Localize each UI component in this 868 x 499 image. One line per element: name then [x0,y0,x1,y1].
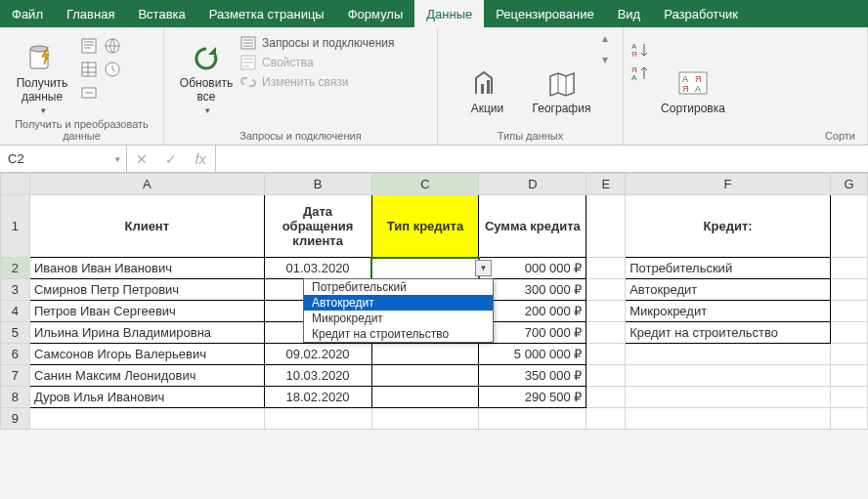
cell-C2[interactable] [371,258,479,279]
cell[interactable]: 10.03.2020 [264,365,371,387]
cell[interactable]: Иванов Иван Иванович [29,258,264,279]
col-header-E[interactable]: E [586,174,626,195]
row-header-3[interactable]: 3 [1,279,30,301]
from-text-icon[interactable] [80,37,102,59]
sort-button[interactable]: АЯЯА Сортировка [659,31,727,115]
existing-conn-icon[interactable] [80,84,102,105]
tab-data[interactable]: Данные [414,0,484,27]
cell[interactable]: 01.03.2020 [264,258,371,279]
cell[interactable]: Микрокредит [626,301,831,322]
data-validation-dropdown-list[interactable]: Потребительский Автокредит Микрокредит К… [303,278,494,343]
cell[interactable]: Санин Максим Леонидович [29,365,264,387]
dropdown-option[interactable]: Микрокредит [304,311,493,326]
tab-review[interactable]: Рецензирование [484,0,605,27]
recent-icon[interactable] [104,61,125,82]
cell[interactable] [626,408,831,430]
cell[interactable]: 5 000 000 ₽ [479,344,586,365]
cell[interactable] [586,322,626,344]
cell[interactable] [830,279,867,301]
cell[interactable]: 350 000 ₽ [479,365,586,387]
cancel-icon[interactable]: ✕ [127,151,156,167]
row-header-2[interactable]: 2 [1,258,30,279]
tab-home[interactable]: Главная [55,0,126,27]
cell[interactable] [626,344,831,365]
cell[interactable] [830,344,867,365]
cell[interactable] [830,301,867,322]
cell[interactable] [830,387,867,408]
cell[interactable] [626,387,831,408]
queries-connections-button[interactable]: Запросы и подключения [240,35,395,51]
refresh-all-button[interactable]: Обновить все [172,31,240,115]
cell[interactable] [371,408,479,430]
cell[interactable] [371,365,479,387]
cell[interactable]: 18.02.2020 [264,387,371,408]
name-box[interactable]: C2 [0,146,127,172]
cell[interactable] [830,322,867,344]
cell[interactable]: Петров Иван Сергеевич [29,301,264,322]
properties-button[interactable]: Свойства [240,55,395,70]
cell[interactable] [586,258,626,279]
cell[interactable]: 000 000 ₽ [479,258,586,279]
cell[interactable]: Автокредит [626,279,831,301]
formula-input[interactable] [216,146,868,172]
get-data-button[interactable]: Получить данные [8,31,76,115]
col-header-F[interactable]: F [626,174,831,195]
cell[interactable] [586,387,626,408]
dropdown-option[interactable]: Кредит на строительство [304,326,493,342]
cell[interactable]: 09.02.2020 [264,344,371,365]
cell[interactable]: 700 000 ₽ [479,322,586,344]
cell[interactable] [586,279,626,301]
cell[interactable]: Кредит: [626,195,831,258]
cell[interactable] [586,365,626,387]
cell[interactable] [586,301,626,322]
cell[interactable] [586,408,626,430]
data-validation-dropdown-button[interactable]: ▼ [475,260,492,276]
cell[interactable]: Самсонов Игорь Валерьевич [29,344,264,365]
col-header-A[interactable]: A [29,174,264,195]
cell[interactable] [586,344,626,365]
cell[interactable]: Клиент [29,195,264,258]
from-web-icon[interactable] [104,37,125,59]
cell[interactable] [371,344,479,365]
cell[interactable] [264,408,371,430]
stocks-button[interactable]: Акции [454,31,522,115]
cell[interactable]: 300 000 ₽ [479,279,586,301]
cell[interactable]: Кредит на строительство [626,322,831,344]
select-all-corner[interactable] [1,174,30,195]
cell[interactable] [626,365,831,387]
cell[interactable] [371,387,479,408]
cell[interactable] [830,258,867,279]
dropdown-option[interactable]: Потребительский [304,279,493,295]
cell[interactable]: Дата обращения клиента [264,195,371,258]
tab-view[interactable]: Вид [606,0,653,27]
cell[interactable] [830,195,867,258]
row-header-8[interactable]: 8 [1,387,30,408]
edit-links-button[interactable]: Изменить связи [240,74,395,90]
cell[interactable] [586,195,626,258]
tab-file[interactable]: Файл [0,0,55,27]
from-table-icon[interactable] [80,61,102,82]
cell[interactable]: 290 500 ₽ [479,387,586,408]
scroll-up-icon[interactable]: ▴ [602,31,608,45]
row-header-1[interactable]: 1 [1,195,30,258]
cell[interactable]: Смирнов Петр Петрович [29,279,264,301]
row-header-5[interactable]: 5 [1,322,30,344]
sort-desc-icon[interactable]: ЯА [631,64,651,82]
geography-button[interactable]: География [528,31,596,115]
cell[interactable] [479,408,586,430]
cell[interactable]: Сумма кредита [479,195,586,258]
cell[interactable]: Ильина Ирина Владимировна [29,322,264,344]
cell[interactable] [29,408,264,430]
sort-asc-icon[interactable]: АЯ [631,41,651,59]
col-header-D[interactable]: D [479,174,586,195]
cell[interactable]: Потребительский [626,258,831,279]
cell[interactable] [830,365,867,387]
row-header-6[interactable]: 6 [1,344,30,365]
dropdown-option[interactable]: Автокредит [304,295,493,311]
col-header-B[interactable]: B [264,174,371,195]
cell[interactable] [830,408,867,430]
col-header-C[interactable]: C [371,174,479,195]
cell[interactable]: Тип кредита [371,195,479,258]
cell[interactable]: Дуров Илья Иванович [29,387,264,408]
tab-insert[interactable]: Вставка [126,0,196,27]
